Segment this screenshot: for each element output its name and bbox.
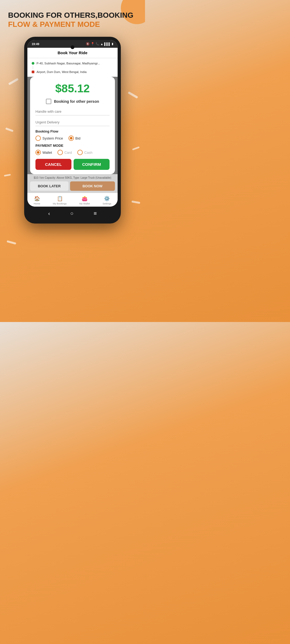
radio-bid-outer [68, 136, 74, 141]
book-later-button[interactable]: BOOK LATER [30, 181, 68, 191]
radio-card-label: Card [64, 151, 72, 155]
dropoff-dot [32, 71, 34, 73]
settings-icon: ⚙️ [104, 196, 110, 202]
dropoff-point: Airport, Dum Dum, West Bengal, India [32, 69, 113, 75]
nav-bookings-label: My Bookings [53, 202, 67, 205]
pickup-point: P-40, Subhash Nagar, Basunagar, Madhyamg… [32, 61, 113, 66]
route-area: P-40, Subhash Nagar, Basunagar, Madhyamg… [27, 58, 118, 77]
phone-wrapper: 19:49 🔇 📍 📞 ▲ ▌▌▌ ▮ Book Your Ride [0, 37, 145, 224]
nav-wallet-label: My Wallet [79, 202, 90, 205]
confirm-button[interactable]: CONFIRM [74, 159, 110, 170]
booking-other-row[interactable]: Booking for other person [35, 99, 110, 104]
phone-device: 19:49 🔇 📍 📞 ▲ ▌▌▌ ▮ Book Your Ride [24, 37, 121, 224]
price-display: $85.12 [35, 82, 110, 95]
nav-settings-label: Settings [103, 202, 111, 205]
radio-wallet[interactable]: Wallet [35, 150, 52, 155]
back-button[interactable]: ‹ [48, 210, 50, 217]
book-buttons-row: BOOK LATER BOOK NOW [30, 181, 115, 191]
camera-notch [71, 45, 74, 49]
booking-other-checkbox[interactable] [46, 99, 51, 104]
radio-card[interactable]: Card [57, 150, 72, 155]
status-time: 19:49 [32, 42, 39, 46]
radio-bid-label: Bid [75, 136, 81, 140]
radio-wallet-outer [35, 150, 41, 155]
phone-nav-bar: ‹ ○ ≡ [27, 207, 118, 220]
payment-section: PAYMENT MODE Wallet [35, 144, 110, 155]
call-icon: 📞 [96, 42, 99, 46]
signal-icon: ▌▌▌ [104, 42, 111, 46]
booking-flow-title: Booking Flow [35, 129, 110, 133]
nav-settings[interactable]: ⚙️ Settings [103, 196, 111, 205]
home-icon: 🏠 [34, 196, 40, 202]
radio-system-price[interactable]: System Price [35, 136, 63, 141]
status-icons: 🔇 📍 📞 ▲ ▌▌▌ ▮ [86, 42, 113, 46]
header-line2: FLOW & PAYMENT MODE [8, 20, 137, 29]
radio-wallet-inner [37, 151, 39, 154]
radio-system-price-outer [35, 136, 41, 141]
bottom-nav: 🏠 Home 📋 My Bookings 👛 My Wallet ⚙️ Sett… [27, 193, 118, 207]
dropoff-address: Airport, Dum Dum, West Bengal, India [37, 70, 86, 74]
booking-flow-group: System Price Bid [35, 136, 110, 141]
location-icon: 📍 [91, 42, 95, 46]
header-line1: BOOKING FOR OTHERS,BOOKING [8, 11, 137, 20]
radio-system-price-label: System Price [42, 136, 63, 140]
status-bar: 19:49 🔇 📍 📞 ▲ ▌▌▌ ▮ [27, 40, 118, 48]
wallet-icon: 👛 [82, 196, 88, 202]
radio-wallet-label: Wallet [42, 151, 52, 155]
menu-button[interactable]: ≡ [94, 210, 97, 217]
nav-home[interactable]: 🏠 Home [34, 196, 40, 205]
radio-card-outer [57, 150, 63, 155]
app-header: Book Your Ride [27, 48, 118, 58]
pickup-address: P-40, Subhash Nagar, Basunagar, Madhyamg… [37, 62, 100, 65]
booking-other-label: Booking for other person [54, 99, 99, 104]
handle-with-care-input[interactable] [35, 108, 110, 115]
radio-cash[interactable]: Cash [77, 150, 92, 155]
bottom-section: $10 / km Capacity: Above 50KG, Type: Lar… [27, 174, 118, 193]
vehicle-info: $10 / km Capacity: Above 50KG, Type: Lar… [30, 176, 115, 179]
nav-bookings[interactable]: 📋 My Bookings [53, 196, 67, 205]
bookings-icon: 📋 [57, 196, 63, 202]
deco-dash [7, 240, 16, 245]
radio-bid-inner [70, 137, 73, 140]
booking-modal: $85.12 Booking for other person Booking … [30, 77, 115, 174]
urgent-delivery-input[interactable] [35, 119, 110, 126]
app-title: Book Your Ride [57, 50, 87, 55]
home-button[interactable]: ○ [70, 210, 73, 217]
nav-wallet[interactable]: 👛 My Wallet [79, 196, 90, 205]
phone-screen: 19:49 🔇 📍 📞 ▲ ▌▌▌ ▮ Book Your Ride [27, 40, 118, 207]
modal-button-row: CANCEL CONFIRM [35, 159, 110, 170]
payment-mode-title: PAYMENT MODE [35, 144, 110, 148]
cancel-button[interactable]: CANCEL [35, 159, 71, 170]
radio-bid[interactable]: Bid [68, 136, 81, 141]
pickup-dot [32, 62, 34, 65]
radio-cash-outer [77, 150, 83, 155]
modal-overlay: $85.12 Booking for other person Booking … [27, 77, 118, 174]
mute-icon: 🔇 [86, 42, 90, 46]
payment-mode-group: Wallet Card Cash [35, 150, 110, 155]
wifi-icon: ▲ [100, 42, 103, 46]
book-now-button[interactable]: BOOK NOW [70, 181, 115, 191]
nav-home-label: Home [34, 202, 40, 205]
header-area: BOOKING FOR OTHERS,BOOKING FLOW & PAYMEN… [0, 0, 145, 34]
battery-icon: ▮ [112, 42, 113, 46]
radio-cash-label: Cash [84, 151, 92, 155]
